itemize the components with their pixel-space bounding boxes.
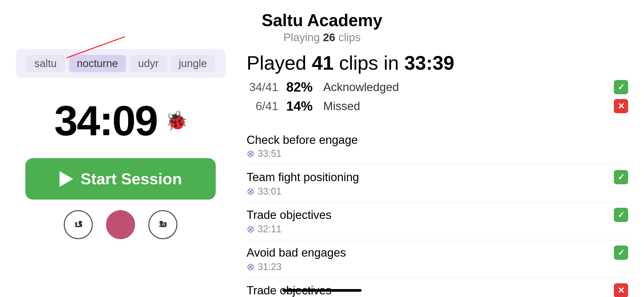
clip-icon-1: ⊗ bbox=[247, 186, 255, 197]
clip-title-0: Check before engage bbox=[247, 133, 358, 147]
forward-label: 30 bbox=[159, 220, 167, 229]
headline-time: 33:39 bbox=[404, 52, 454, 74]
header: Saltu Academy Playing 26 clips bbox=[0, 0, 644, 49]
right-panel: Played 41 clips in 33:39 34/41 82% Ackno… bbox=[247, 49, 628, 297]
clip-badge-3: ✓ bbox=[614, 246, 628, 260]
acknowledged-row: 34/41 82% Acknowledged ✓ bbox=[247, 79, 628, 95]
clip-title-2: Trade objectives bbox=[247, 208, 332, 221]
subtitle-post: clips bbox=[335, 31, 361, 44]
clip-badge-1: ✓ bbox=[614, 170, 628, 184]
header-subtitle: Playing 26 clips bbox=[0, 31, 644, 44]
start-session-label: Start Session bbox=[81, 170, 182, 188]
clip-icon-2: ⊗ bbox=[247, 224, 255, 235]
app-title: Saltu Academy bbox=[0, 11, 644, 30]
tag-udyr[interactable]: udyr bbox=[130, 55, 167, 72]
record-button[interactable] bbox=[106, 210, 135, 239]
subtitle-count: 26 bbox=[323, 31, 335, 44]
tag-nocturne[interactable]: nocturne bbox=[69, 55, 126, 72]
missed-row: 6/41 14% Missed ✕ bbox=[247, 98, 628, 114]
stats-summary: Played 41 clips in 33:39 34/41 82% Ackno… bbox=[247, 52, 628, 117]
clip-meta-1: ⊗ 33:01 bbox=[247, 186, 628, 197]
stats-headline: Played 41 clips in 33:39 bbox=[247, 52, 628, 74]
home-indicator bbox=[282, 289, 362, 292]
clip-title-3: Avoid bad engages bbox=[247, 246, 346, 259]
acknowledged-label: Acknowledged bbox=[323, 81, 606, 94]
rewind-button[interactable]: ↺ 15 bbox=[64, 210, 93, 239]
bug-icon: 🐞 bbox=[165, 110, 187, 131]
acknowledged-fraction: 34/41 bbox=[247, 81, 278, 94]
list-item[interactable]: Team fight positioning ✓ ⊗ 33:01 bbox=[247, 165, 628, 202]
main-layout: saltu nocturne udyr jungle 34:09 🐞 Start… bbox=[0, 49, 644, 297]
list-item[interactable]: Check before engage ⊗ 33:51 bbox=[247, 128, 628, 165]
timer-value: 34:09 bbox=[54, 96, 157, 145]
clip-icon-0: ⊗ bbox=[247, 148, 255, 159]
clip-time-0: 33:51 bbox=[258, 148, 282, 159]
acknowledged-badge: ✓ bbox=[614, 80, 628, 94]
missed-label: Missed bbox=[323, 100, 606, 113]
missed-percent: 14% bbox=[286, 98, 315, 114]
missed-badge: ✕ bbox=[614, 99, 628, 113]
clip-header-1: Team fight positioning ✓ bbox=[247, 170, 628, 184]
tag-jungle[interactable]: jungle bbox=[171, 55, 215, 72]
clip-list: Check before engage ⊗ 33:51 Team fight p… bbox=[247, 128, 628, 297]
clip-badge-2: ✓ bbox=[614, 208, 628, 222]
clip-header-2: Trade objectives ✓ bbox=[247, 208, 628, 222]
rewind-label: 15 bbox=[74, 220, 82, 229]
list-item[interactable]: Trade objectives ✓ ⊗ 32:11 bbox=[247, 202, 628, 240]
timer-display: 34:09 🐞 bbox=[54, 96, 187, 145]
clip-time-1: 33:01 bbox=[258, 186, 282, 197]
start-session-button[interactable]: Start Session bbox=[25, 158, 216, 200]
clip-meta-0: ⊗ 33:51 bbox=[247, 148, 628, 159]
acknowledged-percent: 82% bbox=[286, 79, 315, 95]
missed-fraction: 6/41 bbox=[247, 100, 278, 113]
subtitle-pre: Playing bbox=[283, 31, 323, 44]
clip-meta-2: ⊗ 32:11 bbox=[247, 224, 628, 235]
left-panel: saltu nocturne udyr jungle 34:09 🐞 Start… bbox=[16, 49, 226, 239]
forward-button[interactable]: ↻ 30 bbox=[148, 210, 177, 239]
controls-row: ↺ 15 ↻ 30 bbox=[64, 210, 177, 239]
tag-bar: saltu nocturne udyr jungle bbox=[16, 49, 226, 78]
clip-header-3: Avoid bad engages ✓ bbox=[247, 246, 628, 260]
headline-pre: Played bbox=[247, 52, 312, 74]
play-icon bbox=[59, 171, 73, 187]
clip-icon-3: ⊗ bbox=[247, 261, 255, 272]
clip-time-2: 32:11 bbox=[258, 224, 282, 235]
clip-title-1: Team fight positioning bbox=[247, 171, 359, 184]
headline-mid: clips in bbox=[334, 52, 404, 74]
clip-header-0: Check before engage bbox=[247, 133, 628, 147]
clip-meta-3: ⊗ 31:23 bbox=[247, 261, 628, 272]
list-item[interactable]: Avoid bad engages ✓ ⊗ 31:23 bbox=[247, 240, 628, 278]
clip-badge-4: ✕ bbox=[614, 283, 628, 297]
tag-saltu[interactable]: saltu bbox=[26, 55, 65, 72]
clip-time-3: 31:23 bbox=[258, 261, 282, 272]
list-item[interactable]: Trade objectives ✕ ⊗ 30:31 bbox=[247, 278, 628, 297]
headline-clips: 41 bbox=[312, 52, 334, 74]
